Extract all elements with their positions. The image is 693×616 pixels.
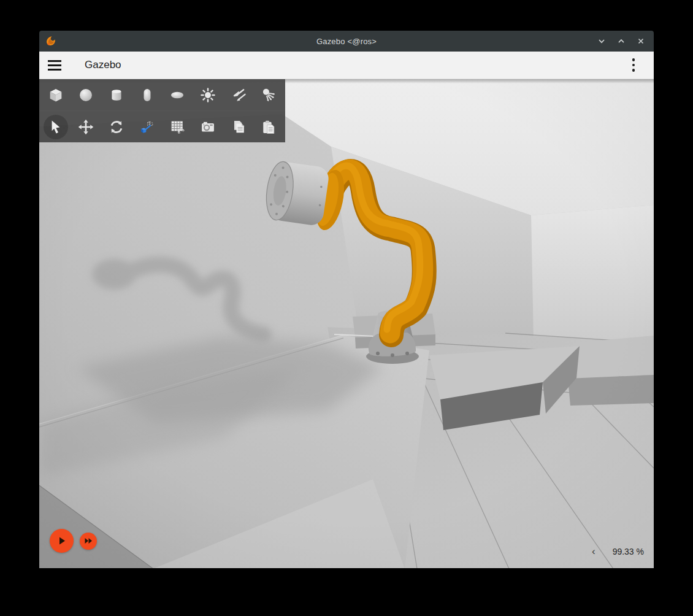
rotate-icon [108, 118, 125, 136]
chevron-up-icon [618, 37, 625, 45]
window-title: Gazebo <@ros> [39, 37, 654, 46]
capsule-tool-button[interactable] [132, 79, 163, 110]
minimize-button[interactable] [595, 34, 608, 48]
page-title: Gazebo [85, 59, 121, 71]
spot-light-tool-button[interactable] [253, 79, 284, 110]
cylinder-icon [108, 87, 125, 104]
rtf-statusbar: ‹ 99.33 % [589, 545, 644, 558]
chevron-down-icon [598, 37, 605, 45]
toolbar [39, 79, 285, 142]
step-forward-button[interactable] [80, 533, 97, 550]
rotate-tool-button[interactable] [101, 111, 132, 142]
gazebo-logo-icon [45, 35, 57, 47]
translate-icon [77, 118, 94, 136]
capsule-icon [139, 87, 156, 104]
titlebar: Gazebo <@ros> [39, 31, 654, 52]
close-button[interactable] [634, 34, 648, 48]
hamburger-menu-icon[interactable] [47, 54, 71, 76]
gazebo-window: Gazebo <@ros> Gazebo [39, 31, 654, 568]
copy-tool-button[interactable] [223, 111, 254, 142]
directional-light-tool-button[interactable] [223, 79, 254, 110]
render-viewport[interactable]: ‹ 99.33 % [39, 79, 654, 568]
paste-tool-button[interactable] [253, 111, 284, 142]
rtf-expand-chevron-icon[interactable]: ‹ [589, 545, 598, 558]
ellipsoid-icon [169, 87, 186, 104]
shape-tool-row [39, 79, 285, 110]
point-light-icon [199, 87, 216, 104]
scene-canvas[interactable] [39, 79, 654, 568]
screenshot-tool-button[interactable] [193, 111, 223, 142]
close-icon [637, 37, 645, 45]
play-button[interactable] [50, 529, 74, 553]
snap-grid-icon [169, 118, 186, 136]
snap-grid-tool-button[interactable] [163, 111, 193, 142]
transform-tool-row [39, 110, 285, 142]
spot-light-icon [260, 87, 277, 104]
rtf-value: 99.33 % [613, 547, 644, 556]
copy-icon [230, 118, 247, 136]
cursor-icon [47, 118, 64, 136]
sphere-icon [77, 87, 94, 104]
box-icon [47, 87, 64, 104]
align-tool-button[interactable] [132, 111, 163, 142]
vignette [39, 79, 654, 568]
kebab-menu-icon[interactable] [624, 56, 643, 74]
box-tool-button[interactable] [40, 79, 71, 110]
maximize-button[interactable] [615, 34, 628, 48]
directional-light-icon [230, 87, 247, 104]
step-forward-icon [85, 537, 93, 544]
select-tool-button[interactable] [40, 111, 71, 142]
playback-controls [50, 529, 97, 553]
cylinder-tool-button[interactable] [101, 79, 132, 110]
appbar: Gazebo [39, 52, 654, 79]
paste-icon [260, 118, 277, 136]
translate-tool-button[interactable] [71, 111, 102, 142]
align-icon [139, 118, 156, 136]
sphere-tool-button[interactable] [71, 79, 102, 110]
ellipsoid-tool-button[interactable] [163, 79, 193, 110]
play-icon [57, 536, 66, 545]
camera-icon [199, 118, 216, 136]
point-light-tool-button[interactable] [193, 79, 223, 110]
